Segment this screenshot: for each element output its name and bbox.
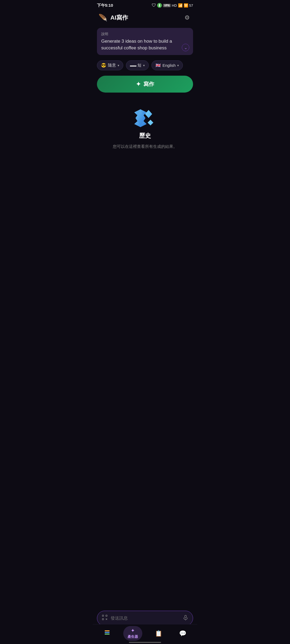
notif-icon-1: 🛡: [152, 3, 156, 8]
description-text: Generate 3 ideas on how to build a succe…: [101, 38, 189, 51]
status-bar: 下午5:10 🛡 ⬇ VPN HD 📶 🛜 57: [93, 0, 197, 10]
length-label: 短: [137, 63, 142, 68]
bars-icon: 📶: [178, 3, 183, 8]
language-arrow: ▾: [177, 64, 179, 67]
sparkles-decoration: [134, 109, 156, 127]
vpn-badge: VPN: [163, 4, 171, 7]
description-box: 說明 Generate 3 ideas on how to build a su…: [97, 28, 193, 55]
signal-icon: HD: [172, 3, 177, 8]
options-row: 😎 隨意 ▾ ▬▬ 短 ▾ 🇬🇧 English ▾: [93, 59, 197, 75]
header-left: 🪶 AI寫作: [98, 13, 128, 23]
language-flag: 🇬🇧: [155, 63, 161, 68]
language-option[interactable]: 🇬🇧 English ▾: [151, 60, 183, 70]
history-subtitle: 您可以在這裡查看所有生成的結果。: [113, 144, 177, 149]
settings-button[interactable]: ⚙: [182, 13, 192, 23]
battery-icon: 57: [189, 3, 193, 8]
header: 🪶 AI寫作 ⚙: [93, 10, 197, 26]
notif-icon-2: ⬇: [157, 3, 162, 8]
history-section: 歷史 您可以在這裡查看所有生成的結果。: [93, 98, 197, 155]
write-label: 寫作: [143, 80, 154, 88]
length-icon: ▬▬: [130, 63, 136, 67]
write-button[interactable]: ✦ 寫作: [97, 76, 193, 93]
tone-option[interactable]: 😎 隨意 ▾: [97, 60, 123, 70]
language-label: English: [162, 63, 176, 68]
status-icons: 🛡 ⬇ VPN HD 📶 🛜 57: [152, 3, 193, 8]
write-sparkle-icon: ✦: [136, 81, 141, 88]
length-arrow: ▾: [143, 64, 145, 67]
status-time: 下午5:10: [97, 3, 113, 8]
wifi-icon: 🛜: [184, 3, 188, 8]
history-title: 歷史: [139, 132, 151, 140]
app-icon: 🪶: [98, 13, 108, 23]
tone-label: 隨意: [108, 63, 116, 68]
tone-emoji: 😎: [101, 63, 106, 68]
tone-arrow: ▾: [118, 64, 119, 67]
description-label: 說明: [101, 32, 189, 36]
app-title: AI寫作: [110, 14, 128, 22]
length-option[interactable]: ▬▬ 短 ▾: [126, 60, 149, 70]
